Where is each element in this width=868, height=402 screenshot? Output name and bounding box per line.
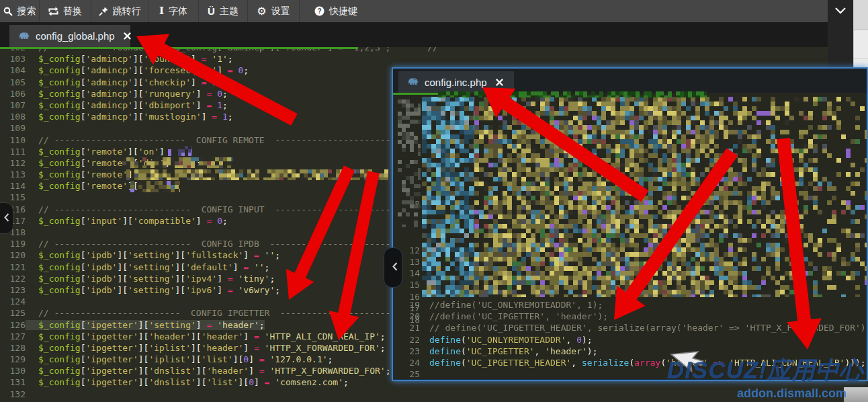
code-line: 24define('UC_IPGETTER_HEADER', serialize… — [393, 357, 867, 368]
censored-mosaic — [422, 97, 474, 297]
gear-icon: ⚙ — [257, 6, 266, 17]
line-number: 130 — [0, 365, 26, 376]
toolbar-item-label: 替换 — [63, 5, 82, 17]
line-number: 121 — [0, 262, 26, 273]
scrollbar-corner — [844, 387, 868, 402]
page-scrollbar[interactable] — [853, 0, 868, 70]
censored-mosaic — [122, 157, 232, 168]
censored-mosaic — [126, 181, 180, 192]
line-number: 129 — [0, 354, 26, 365]
line-number: 114 — [0, 180, 26, 192]
toolbar-item-search[interactable]: 搜索 — [0, 0, 40, 22]
pin-icon — [99, 7, 108, 16]
line-number: 124 — [0, 296, 26, 307]
line-number: 24 — [393, 357, 420, 368]
replace-icon — [48, 7, 58, 16]
code-line: 21// define('UC_IPGETTER_HEADER', serial… — [393, 322, 867, 333]
toolbar-item-settings[interactable]: ⚙ 设置 — [248, 0, 300, 22]
font-icon: I — [159, 6, 164, 16]
code-line: 22define('UC_ONLYREMOTEADDR', 0); — [393, 334, 867, 346]
main-tab-bar: config_global.php — [0, 22, 853, 47]
toolbar-item-label: 快捷键 — [329, 5, 357, 17]
overlay-collapse-handle[interactable] — [384, 247, 402, 288]
line-number: 127 — [0, 331, 26, 342]
code-line: 103$_config['admincp']['founder'] = '1'; — [0, 53, 868, 65]
line-number: 103 — [0, 53, 26, 65]
toolbar-item-label: 设置 — [271, 5, 290, 17]
line-number: 110 — [0, 134, 26, 146]
overlay-tab-bar: config.inc.php — [393, 69, 867, 93]
toolbar-item-label: 主题 — [220, 5, 238, 17]
toolbar-item-replace[interactable]: 替换 — [40, 0, 91, 22]
toolbar-item-font[interactable]: I 字体 — [148, 0, 199, 22]
line-number: 17 — [393, 303, 420, 314]
svg-text:?: ? — [317, 7, 321, 15]
close-icon[interactable] — [124, 32, 131, 40]
line-number: 108 — [0, 111, 26, 122]
panel-collapse-column — [828, 0, 853, 69]
scrollbar-thumb[interactable] — [854, 0, 868, 30]
tab-title: config_global.php — [36, 30, 115, 42]
line-number: 112 — [0, 157, 26, 169]
line-number: 107 — [0, 99, 26, 111]
toolbar-item-theme[interactable]: Ü 主题 — [199, 0, 248, 22]
chevron-left-icon — [4, 212, 9, 225]
censored-mosaic — [438, 91, 707, 97]
line-number: 119 — [0, 238, 26, 249]
line-number: 126 — [0, 319, 26, 331]
chevron-left-icon — [392, 262, 398, 274]
line-number: 128 — [0, 342, 26, 354]
line-number: 132 — [0, 389, 26, 400]
line-number: 109 — [0, 122, 26, 134]
scrollbar-tick — [854, 58, 868, 59]
censored-mosaic — [168, 146, 192, 156]
toolbar-item-label: 跳转行 — [113, 5, 141, 17]
line-number: 113 — [0, 169, 26, 180]
magnet-icon: Ü — [208, 6, 215, 16]
censored-mosaic — [398, 99, 421, 227]
line-number: 106 — [0, 88, 26, 99]
line-number: 123 — [0, 284, 26, 296]
sidebar-collapse-handle[interactable] — [0, 202, 13, 234]
chevron-down-icon — [835, 5, 846, 17]
active-tab-underline — [0, 47, 358, 49]
line-number: 18 — [393, 314, 420, 325]
code-line: 20//define('UC_IPGETTER', 'header'); — [393, 311, 867, 322]
search-icon — [3, 7, 13, 16]
toolbar: 搜索 替换 跳转行 I 字体 Ü 主题 ⚙ 设置 ? — [0, 0, 828, 22]
toolbar-item-label: 搜索 — [17, 5, 36, 17]
php-elephant-icon — [406, 76, 419, 88]
tab-title: config.inc.php — [425, 77, 487, 88]
toolbar-item-shortcuts[interactable]: ? 快捷键 — [300, 0, 372, 22]
line-number: 16 — [393, 291, 420, 303]
tab-config-global[interactable]: config_global.php — [9, 25, 130, 47]
code-line: 132 — [0, 389, 868, 400]
line-number: 122 — [0, 273, 26, 284]
php-elephant-icon — [17, 30, 30, 42]
line-number: 131 — [0, 376, 26, 388]
tab-config-inc[interactable]: config.inc.php — [398, 71, 514, 93]
code-line: 23define('UC_IPGETTER', 'header'); — [393, 346, 867, 357]
close-icon[interactable] — [496, 79, 503, 86]
toolbar-item-goto-line[interactable]: 跳转行 — [91, 0, 148, 22]
censored-mosaic — [126, 169, 388, 180]
line-number: 120 — [0, 249, 26, 261]
expand-toolbar-button[interactable] — [832, 3, 849, 18]
line-number: 104 — [0, 65, 26, 76]
line-number: 111 — [0, 146, 26, 157]
line-number: 25 — [393, 368, 420, 380]
app-root: 搜索 替换 跳转行 I 字体 Ü 主题 ⚙ 设置 ? — [0, 0, 868, 402]
line-number: 23 — [393, 346, 420, 357]
code-area: 19//define('UC_ONLYREMOTEADDR', 1);20//d… — [393, 299, 867, 380]
line-number: 22 — [393, 334, 420, 346]
line-number: 125 — [0, 307, 26, 319]
line-number: 105 — [0, 77, 26, 88]
toolbar-item-label: 字体 — [169, 5, 187, 17]
help-icon: ? — [314, 6, 324, 16]
censored-mosaic — [474, 97, 867, 297]
code-line: 19//define('UC_ONLYREMOTEADDR', 1); — [393, 299, 867, 311]
code-line: 25 — [393, 368, 867, 380]
